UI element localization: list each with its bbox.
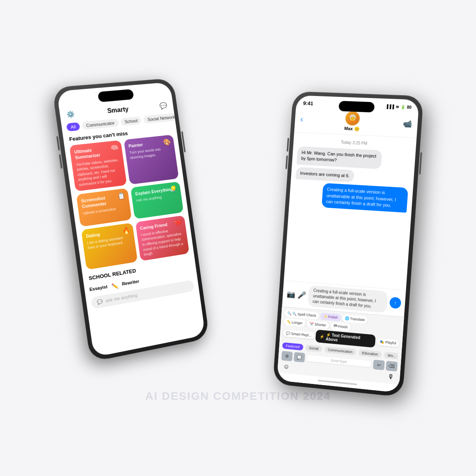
messages-area: Today 3:25 PM Hi Mr. Wang. Can you finis… (284, 132, 417, 290)
playful-button[interactable]: 🎭 Playful (377, 338, 399, 347)
card-dating-emoji: 🔥 (122, 226, 131, 235)
app-title: Smarty (107, 106, 129, 115)
card-explain[interactable]: 💡 Explain Everything Ask me anything (131, 181, 184, 219)
filter-social[interactable]: Social Network (143, 113, 179, 124)
filter-communicator[interactable]: Communicator (82, 119, 119, 130)
card-screenshot-emoji: 📋 (117, 192, 126, 200)
front-power-button (419, 152, 422, 175)
lightning-icon: ⚡ (319, 334, 324, 339)
front-phone-screen: 9:41 ▐▐▐ ≋ 🔋 80 ‹ 🧑‍🦳 (277, 95, 419, 393)
chat-icon[interactable]: 💬 (159, 102, 167, 110)
undo-icon[interactable]: ↩ (373, 360, 385, 370)
features-grid: 🧠 Ultimate Summarizer YouTube videos, we… (64, 134, 194, 271)
polish-button[interactable]: ✨ Polish (320, 313, 341, 321)
cat-education[interactable]: Education (358, 349, 382, 358)
card-caring[interactable]: ❤️ Caring Friend I excel in effective co… (135, 215, 189, 261)
school-rewriter[interactable]: Rewriter (122, 278, 140, 288)
translate-button[interactable]: 🌐 Translate (342, 315, 368, 324)
finish-button[interactable]: 🏁 Finish (330, 322, 351, 331)
back-phone-shell: ⚙️ Smarty 💬 All Communicator School Soci… (52, 78, 209, 362)
front-phone-shell: 9:41 ▐▐▐ ≋ 🔋 80 ‹ 🧑‍🦳 (273, 91, 424, 397)
card-summarizer-emoji: 🧠 (110, 144, 119, 152)
card-summarizer[interactable]: 🧠 Ultimate Summarizer YouTube videos, we… (69, 140, 127, 191)
cat-communication[interactable]: Communication (324, 346, 356, 355)
shorter-button[interactable]: ✂️ Shorter (307, 320, 329, 329)
message-timestamp: Today 3:25 PM (298, 138, 411, 148)
dynamic-island-front (338, 101, 374, 113)
shorter-icon: ✂️ (309, 322, 314, 326)
card-caring-desc: I excel in effective communication, spec… (141, 226, 185, 257)
ask-placeholder: ask me anything (106, 293, 138, 303)
cat-more[interactable]: Wo... (384, 352, 399, 360)
contact-avatar: 🧑‍🦳 (345, 111, 360, 126)
message-sent-1: Creating a full-scale version is unattai… (321, 183, 408, 213)
watermark: AI DESIGN COMPETITION 2024 (145, 390, 330, 403)
back-screen-content: ⚙️ Smarty 💬 All Communicator School Soci… (57, 82, 205, 357)
card-painter-emoji: 🎨 (163, 138, 171, 146)
front-volume-down-button (286, 155, 288, 169)
essayist-icon: ✏️ (111, 282, 119, 290)
polish-icon: ✨ (323, 314, 328, 319)
card-dating[interactable]: 🔥 Dating I am a dating assistant lives i… (81, 223, 138, 270)
scene: ⚙️ Smarty 💬 All Communicator School Soci… (60, 50, 416, 426)
volume-down-button (59, 154, 62, 169)
battery-level: 80 (407, 105, 411, 110)
avatar-emoji: 🧑‍🦳 (348, 114, 357, 123)
ask-bubble-icon: 💬 (97, 299, 103, 305)
redo-icon[interactable]: ⌫ (386, 361, 397, 372)
card-painter[interactable]: 🎨 Painter Turn your words into stunning … (124, 134, 179, 184)
back-phone: ⚙️ Smarty 💬 All Communicator School Soci… (52, 78, 209, 362)
filter-school[interactable]: School (120, 116, 142, 126)
front-volume-up-button (287, 138, 289, 152)
signal-icon: ▐▐▐ (385, 104, 394, 109)
camera-icon[interactable]: 📷 (286, 290, 296, 299)
filter-all[interactable]: All (66, 122, 81, 131)
cat-featured[interactable]: Featured (282, 342, 303, 351)
mic-keyboard-icon[interactable]: 🎙 (388, 373, 395, 381)
card-explain-emoji: 💡 (169, 185, 178, 193)
longer-button[interactable]: 📏 Longer (284, 318, 305, 327)
longer-icon: 📏 (286, 320, 291, 324)
smart-reply-button[interactable]: 💬 Smart Repl... (283, 329, 314, 339)
keyboard-emoji-icon[interactable]: 💬 (294, 352, 305, 363)
translate-icon: 🌐 (345, 316, 349, 321)
school-essayist[interactable]: Essayist (89, 284, 108, 294)
volume-up-button (56, 136, 60, 150)
keyboard-toolbar: 🔍 🔍 Spell Check ✨ Polish 🌐 Translate (277, 307, 404, 385)
emoji-keyboard-icon[interactable]: ☺ (283, 363, 290, 370)
front-phone: 9:41 ▐▐▐ ≋ 🔋 80 ‹ 🧑‍🦳 (273, 91, 424, 397)
send-button[interactable]: ↑ (389, 297, 401, 309)
back-button[interactable]: ‹ (300, 115, 303, 124)
finish-icon: 🏁 (333, 324, 338, 328)
battery-icon: 🔋 (400, 105, 405, 109)
card-screenshot[interactable]: 📋 Screenshot Commenter Upload a screensh… (76, 188, 132, 227)
keyboard-settings-icon[interactable]: ⚙ (281, 351, 293, 361)
input-text: Creating a full-scale version is unattai… (313, 288, 376, 309)
card-caring-emoji: ❤️ (174, 219, 182, 227)
spell-check-button[interactable]: 🔍 🔍 Spell Check (284, 309, 319, 319)
mic-icon[interactable]: 🎤 (297, 290, 306, 300)
message-received-1: Hi Mr. Wang. Can you finish the project … (297, 146, 382, 169)
status-time: 9:41 (303, 100, 313, 107)
power-button (181, 131, 186, 152)
spell-icon: 🔍 (287, 311, 292, 316)
cat-social[interactable]: Social (305, 344, 322, 352)
status-icons: ▐▐▐ ≋ 🔋 80 (385, 104, 411, 110)
message-received-2: Investors are coming at 6. (296, 167, 354, 182)
card-summarizer-desc: YouTube videos, websites, articles, scre… (76, 157, 123, 188)
settings-icon[interactable]: ⚙️ (66, 110, 75, 119)
home-bar (318, 380, 357, 385)
video-call-icon[interactable]: 📹 (403, 119, 412, 128)
front-screen-content: 9:41 ▐▐▐ ≋ 🔋 80 ‹ 🧑‍🦳 (277, 95, 419, 393)
back-phone-screen: ⚙️ Smarty 💬 All Communicator School Soci… (57, 82, 205, 357)
contact-info: 🧑‍🦳 Max 🙂 (344, 111, 361, 132)
message-input[interactable]: Creating a full-scale version is unattai… (307, 285, 388, 313)
wifi-icon: ≋ (395, 105, 399, 109)
contact-name: Max 🙂 (344, 126, 360, 132)
